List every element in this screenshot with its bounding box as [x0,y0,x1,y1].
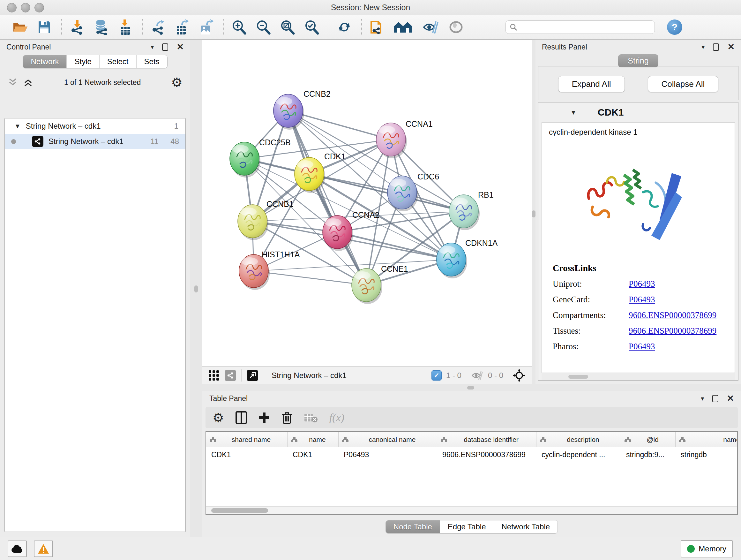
hide-selection-button[interactable] [421,19,440,36]
memory-button[interactable]: Memory [681,540,733,557]
birds-eye-view-icon[interactable] [247,370,258,381]
close-window-button[interactable] [7,3,17,12]
table-panel-collapse-button[interactable]: ▾ [701,395,704,402]
horizontal-splitter[interactable] [202,384,741,391]
grid-icon[interactable] [208,370,219,381]
tab-string[interactable]: String [618,54,658,67]
collapse-all-icon[interactable] [8,78,18,87]
first-neighbors-button[interactable] [393,19,413,36]
save-session-button[interactable] [37,19,52,36]
crosslink-link[interactable]: 9606.ENSP00000378699 [629,310,717,320]
search-input[interactable] [521,23,651,32]
gene-collapse-caret-icon[interactable]: ▼ [570,109,577,116]
edge-CCNB2-CCNE1[interactable] [288,111,366,285]
control-panel-float-button[interactable] [162,44,168,51]
tab-select[interactable]: Select [99,55,137,68]
node-CCNA1[interactable] [376,123,407,159]
control-panel-collapse-button[interactable]: ▾ [151,43,154,51]
control-panel-close-button[interactable]: ✕ [177,43,184,51]
open-session-button[interactable] [12,19,28,36]
warning-status-button[interactable] [34,541,53,557]
minimize-window-button[interactable] [21,3,30,12]
gene-entry-header[interactable]: ▼ CDK1 [538,103,738,122]
node-RB1[interactable] [449,195,480,230]
maximize-window-button[interactable] [35,3,44,12]
table-cell[interactable]: stringdb:9... [621,447,676,462]
tab-style[interactable]: Style [67,55,99,68]
zoom-fit-button[interactable] [280,19,295,36]
network-options-gear-icon[interactable]: ⚙ [171,76,183,89]
table-cell[interactable]: cyclin-dependent ... [536,447,621,462]
table-options-gear-icon[interactable]: ⚙ [212,411,224,424]
node-CCNB1[interactable] [238,205,268,240]
pan-crosshair-icon[interactable] [513,369,526,382]
collection-expand-caret-icon[interactable]: ▼ [14,123,21,130]
expand-all-icon[interactable] [23,78,34,87]
column-header[interactable]: shared name [206,432,287,447]
column-header[interactable]: description [536,432,621,447]
tab-sets[interactable]: Sets [137,55,167,68]
scrollbar-thumb[interactable] [211,508,268,513]
collapse-all-button[interactable]: Collapse All [648,76,719,92]
node-CDC25B[interactable] [230,142,260,178]
import-network-database-button[interactable] [93,19,109,36]
results-panel-collapse-button[interactable]: ▾ [701,43,704,51]
apply-layout-button[interactable] [336,19,352,36]
node-CDK1[interactable] [294,158,325,193]
left-splitter-handle[interactable] [194,286,198,293]
table-panel-close-button[interactable]: ✕ [727,394,734,403]
edge-HIST1H1A-CCNE1[interactable] [254,271,366,285]
left-splitter[interactable] [190,40,202,537]
column-header[interactable]: namespace [676,432,738,447]
node-HIST1H1A[interactable] [239,254,270,290]
results-panel-float-button[interactable] [713,44,719,51]
network-canvas[interactable]: CCNB2CCNA1CDC25BCDK1CDC6RB1CCNB1CCNA2CDK… [202,40,532,367]
edge-CDK1-RB1[interactable] [309,174,464,211]
show-all-button[interactable] [448,19,464,36]
tab-edge-table[interactable]: Edge Table [440,520,494,533]
help-button[interactable]: ? [667,19,682,35]
crosslink-link[interactable]: P06493 [629,341,655,352]
add-column-icon[interactable] [259,412,270,423]
tab-node-table[interactable]: Node Table [386,520,440,533]
column-header[interactable]: canonical name [339,432,437,447]
node-CCNA2[interactable] [323,215,353,251]
export-table-button[interactable] [174,19,190,36]
new-network-from-selection-button[interactable] [369,19,385,36]
network-type-badge-icon[interactable] [225,370,236,381]
column-header[interactable]: name [287,432,339,447]
zoom-out-button[interactable] [255,19,271,36]
column-header[interactable]: @id [621,432,676,447]
table-cell[interactable]: CDK1 [287,447,339,462]
network-collection-row[interactable]: ▼ String Network – cdk1 1 [5,118,185,134]
export-network-button[interactable] [150,19,166,36]
results-horizontal-scrollbar[interactable] [542,373,735,380]
cloud-status-button[interactable] [8,541,27,557]
import-network-file-button[interactable] [69,19,85,36]
table-cell[interactable]: stringdb [676,447,738,462]
table-cell[interactable]: P06493 [339,447,437,462]
crosslink-link[interactable]: 9606.ENSP00000378699 [629,326,717,336]
selected-checkbox-icon[interactable]: ✓ [431,370,442,381]
table-panel-float-button[interactable] [712,395,718,402]
table-cell[interactable]: 9606.ENSP00000378699 [437,447,536,462]
tab-network-table[interactable]: Network Table [494,520,558,533]
search-field[interactable] [506,20,655,34]
network-row[interactable]: String Network – cdk1 11 48 [5,134,185,149]
expand-all-button[interactable]: Expand All [558,76,625,92]
horizontal-splitter-handle[interactable] [467,386,474,389]
crosslink-link[interactable]: P06493 [629,279,655,289]
import-table-button[interactable] [118,19,133,36]
zoom-in-button[interactable] [231,19,247,36]
delete-column-trash-icon[interactable] [281,411,292,424]
right-splitter-handle[interactable] [532,210,536,217]
zoom-selected-button[interactable] [304,19,320,36]
crosslink-link[interactable]: P06493 [629,295,655,305]
column-header[interactable]: database identifier [437,432,536,447]
table-horizontal-scrollbar[interactable] [206,506,737,514]
right-splitter[interactable] [532,40,536,384]
table-cell[interactable]: CDK1 [206,447,287,462]
node-CCNB2[interactable] [273,94,304,130]
node-CCNE1[interactable] [352,268,382,304]
tab-network[interactable]: Network [23,55,67,68]
